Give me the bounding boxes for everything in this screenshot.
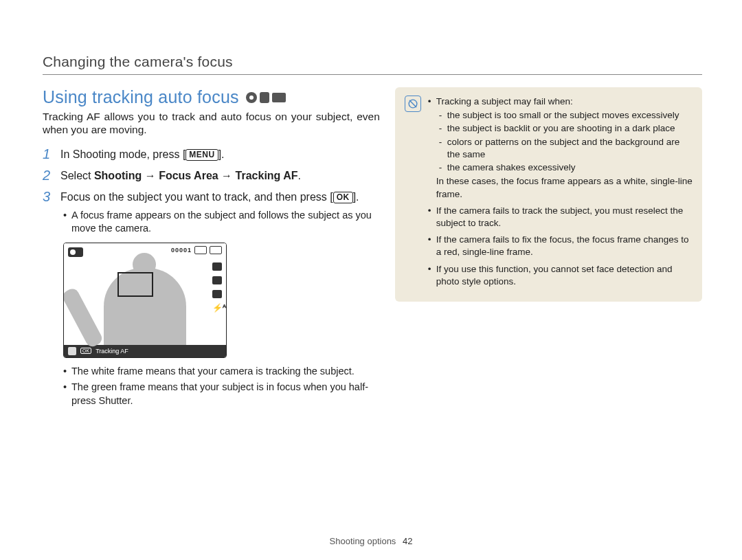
note-icon xyxy=(405,96,421,112)
step3-pre: Focus on the subject you want to track, … xyxy=(60,191,333,203)
bottom-label: Tracking AF xyxy=(95,348,128,355)
frame-counter: 00001 xyxy=(171,247,192,254)
footer-section: Shooting options xyxy=(330,536,396,546)
step-number: 3 xyxy=(43,189,54,205)
step3-post: ]. xyxy=(353,191,359,203)
note-item: Tracking a subject may fail when: the su… xyxy=(428,96,693,201)
step-body: Focus on the subject you want to track, … xyxy=(60,190,359,205)
note-subitem: the subject is backlit or you are shooti… xyxy=(439,122,693,135)
program-mode-icon xyxy=(246,92,257,103)
header-rule xyxy=(43,74,702,75)
dis-icon xyxy=(68,347,76,355)
note-box: Tracking a subject may fail when: the su… xyxy=(395,87,702,302)
step-number: 2 xyxy=(43,168,54,183)
battery-icon xyxy=(210,246,222,254)
sub-bullet: The white frame means that your camera i… xyxy=(63,365,380,379)
step-number: 1 xyxy=(43,146,54,162)
sub-bullet: A focus frame appears on the subject and… xyxy=(63,209,380,236)
mode-icons xyxy=(246,92,286,103)
step2-bold: Shooting → Focus Area → Tracking AF xyxy=(94,170,298,181)
note-item: If the camera fails to track the subject… xyxy=(428,205,693,229)
note-subitem: the subject is too small or the subject … xyxy=(439,109,693,122)
right-side-indicators: ⚡ᴬ xyxy=(212,262,222,313)
note-subitem: the camera shakes excessively xyxy=(439,161,693,174)
menu-button-label: MENU xyxy=(186,149,218,161)
camera-bottom-bar: OK Tracking AF xyxy=(64,345,226,357)
ok-button-label: OK xyxy=(333,192,353,204)
camera-illustration: 00001 ⚡ᴬ OK xyxy=(63,243,227,358)
quality-icon xyxy=(212,262,222,271)
section-title: Using tracking auto focus xyxy=(43,87,380,107)
step-3: 3 Focus on the subject you want to track… xyxy=(43,190,380,205)
page-header: Changing the camera's focus xyxy=(43,54,702,70)
step-1: 1 In Shooting mode, press [MENU]. xyxy=(43,148,380,162)
camera-screen: 00001 ⚡ᴬ xyxy=(64,243,226,345)
dual-is-mode-icon xyxy=(260,92,269,103)
content-columns: Using tracking auto focus Tracking AF al… xyxy=(43,87,702,411)
note-subitem: colors or patterns on the subject and th… xyxy=(439,136,693,161)
step-body: Select Shooting → Focus Area → Tracking … xyxy=(60,169,301,183)
mode-indicator-icon xyxy=(68,247,83,257)
card-icon xyxy=(194,246,207,254)
subject-arm xyxy=(63,287,104,349)
note-item: If you use this function, you cannot set… xyxy=(428,263,693,288)
intro-text: Tracking AF allows you to track and auto… xyxy=(43,110,380,137)
step-2: 2 Select Shooting → Focus Area → Trackin… xyxy=(43,169,380,183)
flash-icon: ⚡ᴬ xyxy=(212,304,222,313)
top-right-indicators: 00001 xyxy=(171,246,222,254)
note-item: If the camera fails to fix the focus, th… xyxy=(428,234,693,258)
sub-bullets-2: The white frame means that your camera i… xyxy=(43,365,380,408)
step2-pre: Select xyxy=(60,170,94,181)
page-number: 42 xyxy=(403,536,412,546)
step1-post: ]. xyxy=(218,148,225,160)
scene-mode-icon xyxy=(272,93,286,102)
right-column: Tracking a subject may fail when: the su… xyxy=(395,87,702,411)
step2-post: . xyxy=(298,170,301,181)
metering-icon xyxy=(212,276,222,284)
step-body: In Shooting mode, press [MENU]. xyxy=(60,148,225,162)
sub-bullet: The green frame means that your subject … xyxy=(63,381,380,407)
note-body: Tracking a subject may fail when: the su… xyxy=(428,96,693,292)
step1-pre: In Shooting mode, press [ xyxy=(60,148,186,160)
left-column: Using tracking auto focus Tracking AF al… xyxy=(43,87,380,411)
page-footer: Shooting options 42 xyxy=(0,536,742,546)
manual-page: Changing the camera's focus Using tracki… xyxy=(0,0,742,560)
ok-mini: OK xyxy=(80,348,91,354)
section-title-text: Using tracking auto focus xyxy=(43,87,239,107)
sub-bullets: A focus frame appears on the subject and… xyxy=(43,209,380,236)
focus-icon xyxy=(212,290,222,298)
focus-frame xyxy=(117,272,153,297)
